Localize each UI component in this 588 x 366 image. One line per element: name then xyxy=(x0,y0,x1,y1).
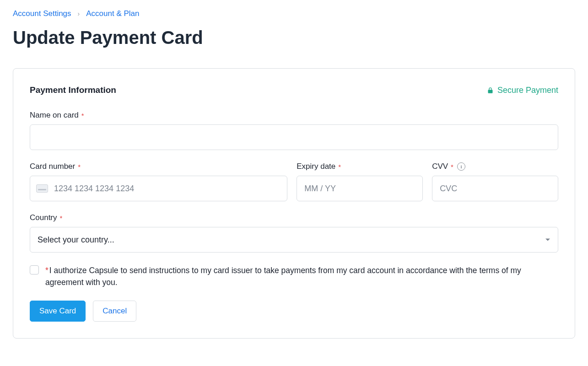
authorize-checkbox[interactable] xyxy=(30,265,39,274)
required-indicator: * xyxy=(45,266,49,275)
lock-icon xyxy=(487,86,494,94)
save-card-button[interactable]: Save Card xyxy=(30,301,86,322)
payment-form-card: Payment Information Secure Payment Name … xyxy=(13,68,575,339)
card-number-label: Card number xyxy=(30,162,75,171)
expiry-label: Expiry date xyxy=(297,162,335,171)
breadcrumb-account-settings[interactable]: Account Settings xyxy=(13,9,71,18)
name-on-card-input[interactable] xyxy=(30,124,558,150)
section-title: Payment Information xyxy=(30,85,116,95)
page-title: Update Payment Card xyxy=(13,27,575,48)
card-number-input[interactable] xyxy=(30,176,287,201)
cvv-input[interactable] xyxy=(432,176,558,201)
authorize-text: *I authorize Capsule to send instruction… xyxy=(45,264,558,289)
country-select[interactable]: Select your country... xyxy=(30,227,558,253)
required-indicator: * xyxy=(60,214,63,222)
secure-payment-badge: Secure Payment xyxy=(487,86,558,95)
required-indicator: * xyxy=(451,163,453,171)
required-indicator: * xyxy=(78,163,81,171)
authorize-text-content: I authorize Capsule to send instructions… xyxy=(45,266,521,287)
country-label: Country xyxy=(30,213,57,222)
credit-card-icon xyxy=(36,184,48,193)
expiry-input[interactable] xyxy=(297,176,423,201)
chevron-right-icon: › xyxy=(78,10,80,17)
breadcrumb: Account Settings › Account & Plan xyxy=(13,9,575,18)
info-icon[interactable]: i xyxy=(457,162,465,171)
cancel-button[interactable]: Cancel xyxy=(93,301,136,322)
secure-payment-label: Secure Payment xyxy=(497,86,558,95)
required-indicator: * xyxy=(338,163,341,171)
name-on-card-label: Name on card xyxy=(30,111,79,120)
required-indicator: * xyxy=(81,112,84,119)
breadcrumb-account-plan[interactable]: Account & Plan xyxy=(86,9,139,18)
cvv-label: CVV xyxy=(432,162,448,171)
